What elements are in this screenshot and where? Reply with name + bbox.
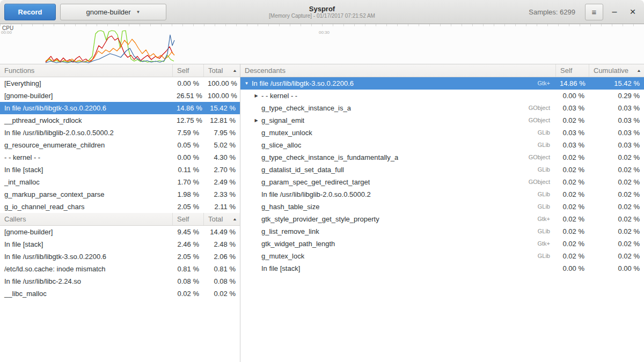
process-selector-dropdown[interactable]: gnome-builder ▼: [60, 4, 166, 20]
total-percent: 7.95 %: [203, 127, 240, 139]
expander-icon[interactable]: ▶: [253, 90, 260, 102]
cpu-graph[interactable]: CPU 00:00 00:30: [0, 24, 644, 64]
table-row[interactable]: In file /usr/lib/libgtk-3.so.0.2200.6 14…: [0, 102, 240, 114]
table-row[interactable]: In file /usr/lib/libc-2.24.so 0.08 % 0.0…: [0, 275, 240, 287]
tree-row[interactable]: g_mutex_lock GLib 0.02 % 0.02 %: [240, 250, 644, 262]
table-row[interactable]: In file /usr/lib/libglib-2.0.so.0.5000.2…: [0, 127, 240, 139]
tree-row[interactable]: g_mutex_unlock GLib 0.03 % 0.03 %: [240, 127, 644, 139]
close-button[interactable]: ×: [626, 5, 640, 19]
expander-icon[interactable]: ▶: [253, 114, 260, 127]
column-self[interactable]: Self: [172, 64, 203, 77]
cumulative-percent: 0.02 %: [589, 213, 644, 225]
tree-row[interactable]: g_type_check_instance_is_fundamentally_a…: [240, 151, 644, 164]
tree-row[interactable]: g_param_spec_get_redirect_target GObject…: [240, 176, 644, 188]
minimize-button[interactable]: –: [608, 5, 621, 19]
tree-row[interactable]: g_list_remove_link GLib 0.02 % 0.02 %: [240, 225, 644, 238]
function-name: g_list_remove_link: [240, 225, 507, 238]
total-percent: 0.02 %: [203, 287, 240, 300]
table-row[interactable]: [gnome-builder] 26.51 % 100.00 %: [0, 90, 240, 102]
table-row[interactable]: In file [stack] 2.46 % 2.48 %: [0, 238, 240, 250]
column-functions[interactable]: Functions: [0, 64, 172, 77]
cumulative-percent: 0.02 %: [589, 151, 644, 164]
tree-row[interactable]: g_hash_table_size GLib 0.02 % 0.02 %: [240, 201, 644, 213]
function-name: ▶ g_signal_emit: [240, 114, 507, 127]
table-row[interactable]: /etc/ld.so.cache: inode mismatch 0.81 % …: [0, 263, 240, 275]
function-name-label: g_type_check_instance_is_a: [261, 102, 351, 114]
self-percent: 0.02 %: [555, 114, 589, 127]
function-name: In file [stack]: [0, 164, 172, 176]
self-percent: 0.02 %: [555, 238, 589, 250]
function-name-label: g_slice_alloc: [261, 139, 301, 151]
sysprof-window: Record gnome-builder ▼ Sysprof [Memory C…: [0, 0, 644, 362]
descendants-table-header: Descendants Self Cumulative ▲: [240, 64, 644, 77]
menu-button[interactable]: ≡: [585, 4, 603, 20]
self-percent: 14.86 %: [555, 77, 589, 90]
tree-row[interactable]: gtk_widget_path_length Gtk+ 0.02 % 0.02 …: [240, 238, 644, 250]
column-callers[interactable]: Callers: [0, 213, 172, 225]
table-row[interactable]: - - kernel - - 0.00 % 4.30 %: [0, 151, 240, 164]
tree-row[interactable]: ▶ - - kernel - - 0.00 % 0.29 %: [240, 90, 644, 102]
column-self[interactable]: Self: [555, 64, 589, 77]
tree-row[interactable]: g_slice_alloc GLib 0.03 % 0.03 %: [240, 139, 644, 151]
self-percent: 0.02 %: [555, 225, 589, 238]
self-percent: 0.03 %: [555, 127, 589, 139]
function-name-label: g_type_check_instance_is_fundamentally_a: [261, 151, 398, 164]
library-tag: GLib: [507, 250, 555, 262]
table-row[interactable]: [Everything] 0.00 % 100.00 %: [0, 77, 240, 90]
total-percent: 14.49 %: [203, 226, 240, 238]
record-button[interactable]: Record: [4, 4, 56, 20]
self-percent: 0.02 %: [555, 164, 589, 176]
table-row[interactable]: In file [stack] 0.11 % 2.70 %: [0, 164, 240, 176]
table-row[interactable]: __pthread_rwlock_rdlock 12.75 % 12.81 %: [0, 114, 240, 127]
library-tag: GLib: [507, 127, 555, 139]
total-percent: 15.42 %: [203, 102, 240, 114]
cumulative-percent: 0.03 %: [589, 139, 644, 151]
function-name: g_param_spec_get_redirect_target: [240, 176, 507, 188]
tree-row[interactable]: gtk_style_provider_get_style_property Gt…: [240, 213, 644, 225]
tree-row[interactable]: In file [stack] 0.00 % 0.00 %: [240, 262, 644, 275]
expander-icon[interactable]: ▼: [243, 77, 250, 90]
column-self[interactable]: Self: [172, 213, 203, 225]
self-percent: 0.02 %: [555, 151, 589, 164]
table-row[interactable]: In file /usr/lib/libgtk-3.so.0.2200.6 2.…: [0, 250, 240, 263]
function-name: In file /usr/lib/libglib-2.0.so.0.5000.2: [240, 188, 507, 201]
table-row[interactable]: g_io_channel_read_chars 2.05 % 2.11 %: [0, 201, 240, 213]
cumulative-percent: 0.02 %: [589, 188, 644, 201]
column-total[interactable]: Total ▲: [203, 213, 240, 225]
minimize-icon: –: [612, 7, 617, 17]
table-row[interactable]: g_resource_enumerate_children 0.05 % 5.0…: [0, 139, 240, 151]
function-name-label: g_hash_table_size: [261, 201, 319, 213]
tree-row[interactable]: In file /usr/lib/libglib-2.0.so.0.5000.2…: [240, 188, 644, 201]
library-tag: GLib: [507, 201, 555, 213]
callers-table-header: Callers Self Total ▲: [0, 213, 240, 226]
total-percent: 4.30 %: [203, 151, 240, 164]
table-row[interactable]: __libc_malloc 0.02 % 0.02 %: [0, 287, 240, 300]
table-row[interactable]: _int_malloc 1.70 % 2.49 %: [0, 176, 240, 188]
function-name: ▶ - - kernel - -: [240, 90, 507, 102]
cumulative-percent: 0.02 %: [589, 225, 644, 238]
self-percent: 2.46 %: [172, 238, 203, 250]
column-total[interactable]: Total ▲: [203, 64, 240, 77]
functions-pane: Functions Self Total ▲ [Everything] 0.00…: [0, 64, 240, 362]
function-name: g_mutex_unlock: [240, 127, 507, 139]
table-row[interactable]: g_markup_parse_context_parse 1.98 % 2.33…: [0, 188, 240, 201]
column-descendants[interactable]: Descendants: [240, 64, 555, 77]
library-tag: GLib: [507, 188, 555, 201]
timeline-start-label: 00:00: [1, 30, 12, 35]
tree-row[interactable]: ▶ g_signal_emit GObject 0.02 % 0.03 %: [240, 114, 644, 127]
self-percent: 0.02 %: [555, 201, 589, 213]
function-name-label: In file [stack]: [261, 262, 300, 275]
functions-table-header: Functions Self Total ▲: [0, 64, 240, 77]
function-name: In file /usr/lib/libgtk-3.so.0.2200.6: [0, 102, 172, 114]
column-cumulative[interactable]: Cumulative ▲: [589, 64, 644, 77]
tree-row[interactable]: g_type_check_instance_is_a GObject 0.03 …: [240, 102, 644, 114]
total-percent: 12.81 %: [203, 114, 240, 127]
self-percent: 0.00 %: [172, 77, 203, 90]
tree-row[interactable]: g_datalist_id_set_data_full GLib 0.02 % …: [240, 164, 644, 176]
table-row[interactable]: [gnome-builder] 9.45 % 14.49 %: [0, 226, 240, 238]
total-percent: 2.11 %: [203, 201, 240, 213]
function-name-label: - - kernel - -: [261, 90, 297, 102]
tree-row[interactable]: ▼ In file /usr/lib/libgtk-3.so.0.2200.6 …: [240, 77, 644, 90]
header-bar: Record gnome-builder ▼ Sysprof [Memory C…: [0, 0, 644, 24]
column-total-label: Total: [208, 213, 223, 225]
